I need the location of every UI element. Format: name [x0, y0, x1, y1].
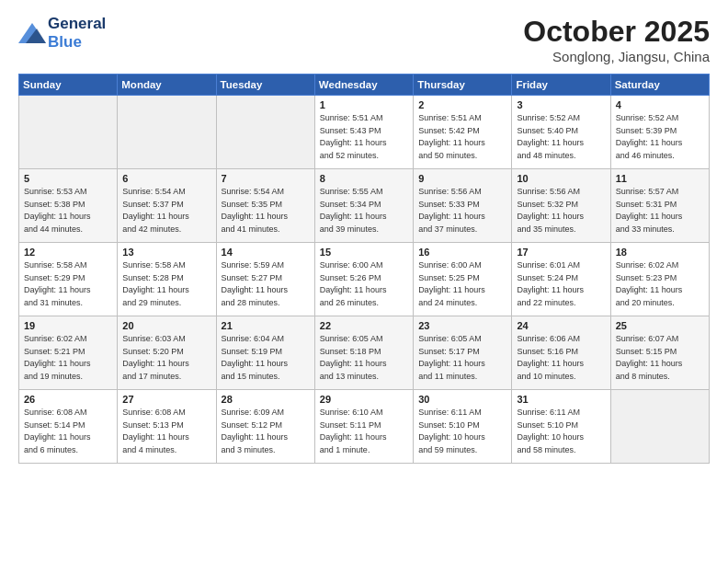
day-number: 17	[517, 247, 605, 258]
day-number: 12	[24, 247, 112, 258]
logo-text: General Blue	[48, 15, 106, 52]
day-number: 6	[122, 173, 210, 184]
calendar-cell	[610, 390, 709, 464]
calendar-cell: 19Sunrise: 6:02 AMSunset: 5:21 PMDayligh…	[19, 316, 118, 390]
weekday-header-wednesday: Wednesday	[314, 75, 413, 96]
day-number: 3	[517, 99, 605, 110]
day-number: 23	[418, 320, 506, 331]
calendar-cell	[19, 96, 118, 169]
calendar-cell: 20Sunrise: 6:03 AMSunset: 5:20 PMDayligh…	[118, 316, 216, 390]
calendar-cell: 10Sunrise: 5:56 AMSunset: 5:32 PMDayligh…	[512, 169, 610, 243]
calendar-cell: 31Sunrise: 6:11 AMSunset: 5:10 PMDayligh…	[512, 390, 610, 464]
calendar-cell: 17Sunrise: 6:01 AMSunset: 5:24 PMDayligh…	[512, 243, 610, 316]
calendar-cell: 29Sunrise: 6:10 AMSunset: 5:11 PMDayligh…	[314, 390, 413, 464]
day-number: 11	[616, 173, 704, 184]
day-info: Sunrise: 6:04 AMSunset: 5:19 PMDaylight:…	[222, 333, 310, 383]
day-info: Sunrise: 6:05 AMSunset: 5:17 PMDaylight:…	[418, 333, 506, 383]
day-info: Sunrise: 5:54 AMSunset: 5:37 PMDaylight:…	[122, 186, 210, 236]
day-number: 16	[418, 247, 506, 258]
day-number: 9	[418, 173, 506, 184]
calendar-cell: 21Sunrise: 6:04 AMSunset: 5:19 PMDayligh…	[216, 316, 314, 390]
day-info: Sunrise: 5:58 AMSunset: 5:28 PMDaylight:…	[122, 259, 210, 309]
calendar-table: SundayMondayTuesdayWednesdayThursdayFrid…	[18, 74, 710, 464]
calendar-cell: 6Sunrise: 5:54 AMSunset: 5:37 PMDaylight…	[118, 169, 216, 243]
day-info: Sunrise: 5:54 AMSunset: 5:35 PMDaylight:…	[222, 186, 310, 236]
day-info: Sunrise: 5:55 AMSunset: 5:34 PMDaylight:…	[320, 186, 408, 236]
day-info: Sunrise: 6:08 AMSunset: 5:13 PMDaylight:…	[122, 407, 210, 456]
weekday-header-thursday: Thursday	[414, 75, 512, 96]
calendar-cell	[118, 96, 216, 169]
day-number: 28	[222, 394, 310, 405]
day-number: 19	[24, 320, 112, 331]
day-number: 13	[122, 247, 210, 258]
day-info: Sunrise: 6:08 AMSunset: 5:14 PMDaylight:…	[24, 407, 112, 456]
day-info: Sunrise: 5:57 AMSunset: 5:31 PMDaylight:…	[616, 186, 704, 236]
day-info: Sunrise: 5:51 AMSunset: 5:42 PMDaylight:…	[418, 112, 506, 162]
day-info: Sunrise: 6:07 AMSunset: 5:15 PMDaylight:…	[616, 333, 704, 383]
day-info: Sunrise: 5:59 AMSunset: 5:27 PMDaylight:…	[222, 259, 310, 309]
day-number: 25	[616, 320, 704, 331]
day-number: 2	[418, 99, 506, 110]
day-info: Sunrise: 5:53 AMSunset: 5:38 PMDaylight:…	[24, 186, 112, 236]
weekday-header-monday: Monday	[118, 75, 216, 96]
day-number: 15	[320, 247, 408, 258]
calendar-week-row: 1Sunrise: 5:51 AMSunset: 5:43 PMDaylight…	[19, 96, 710, 169]
day-info: Sunrise: 6:00 AMSunset: 5:26 PMDaylight:…	[320, 259, 408, 309]
calendar-cell: 4Sunrise: 5:52 AMSunset: 5:39 PMDaylight…	[610, 96, 709, 169]
day-info: Sunrise: 6:09 AMSunset: 5:12 PMDaylight:…	[222, 407, 310, 456]
day-info: Sunrise: 5:56 AMSunset: 5:33 PMDaylight:…	[418, 186, 506, 236]
location-subtitle: Songlong, Jiangsu, China	[523, 49, 710, 64]
day-number: 4	[616, 99, 704, 110]
calendar-cell: 15Sunrise: 6:00 AMSunset: 5:26 PMDayligh…	[314, 243, 413, 316]
calendar-cell: 1Sunrise: 5:51 AMSunset: 5:43 PMDaylight…	[314, 96, 413, 169]
calendar-week-row: 26Sunrise: 6:08 AMSunset: 5:14 PMDayligh…	[19, 390, 710, 464]
day-info: Sunrise: 6:02 AMSunset: 5:21 PMDaylight:…	[24, 333, 112, 383]
calendar-cell: 2Sunrise: 5:51 AMSunset: 5:42 PMDaylight…	[414, 96, 512, 169]
calendar-cell: 22Sunrise: 6:05 AMSunset: 5:18 PMDayligh…	[314, 316, 413, 390]
day-info: Sunrise: 6:03 AMSunset: 5:20 PMDaylight:…	[122, 333, 210, 383]
logo: General Blue	[18, 15, 106, 52]
calendar-cell: 26Sunrise: 6:08 AMSunset: 5:14 PMDayligh…	[19, 390, 118, 464]
calendar-cell: 18Sunrise: 6:02 AMSunset: 5:23 PMDayligh…	[610, 243, 709, 316]
day-info: Sunrise: 6:06 AMSunset: 5:16 PMDaylight:…	[517, 333, 605, 383]
day-number: 8	[320, 173, 408, 184]
day-info: Sunrise: 5:58 AMSunset: 5:29 PMDaylight:…	[24, 259, 112, 309]
day-info: Sunrise: 5:52 AMSunset: 5:40 PMDaylight:…	[517, 112, 605, 162]
day-number: 14	[222, 247, 310, 258]
day-number: 29	[320, 394, 408, 405]
calendar-cell: 3Sunrise: 5:52 AMSunset: 5:40 PMDaylight…	[512, 96, 610, 169]
day-number: 26	[24, 394, 112, 405]
day-info: Sunrise: 6:00 AMSunset: 5:25 PMDaylight:…	[418, 259, 506, 309]
day-number: 21	[222, 320, 310, 331]
day-number: 31	[517, 394, 605, 405]
weekday-header-row: SundayMondayTuesdayWednesdayThursdayFrid…	[19, 75, 710, 96]
day-info: Sunrise: 6:11 AMSunset: 5:10 PMDaylight:…	[418, 407, 506, 456]
calendar-cell: 12Sunrise: 5:58 AMSunset: 5:29 PMDayligh…	[19, 243, 118, 316]
day-number: 18	[616, 247, 704, 258]
day-number: 5	[24, 173, 112, 184]
calendar-cell: 14Sunrise: 5:59 AMSunset: 5:27 PMDayligh…	[216, 243, 314, 316]
calendar-week-row: 12Sunrise: 5:58 AMSunset: 5:29 PMDayligh…	[19, 243, 710, 316]
day-info: Sunrise: 5:52 AMSunset: 5:39 PMDaylight:…	[616, 112, 704, 162]
day-info: Sunrise: 6:10 AMSunset: 5:11 PMDaylight:…	[320, 407, 408, 456]
calendar-cell: 28Sunrise: 6:09 AMSunset: 5:12 PMDayligh…	[216, 390, 314, 464]
day-info: Sunrise: 5:56 AMSunset: 5:32 PMDaylight:…	[517, 186, 605, 236]
calendar-cell: 13Sunrise: 5:58 AMSunset: 5:28 PMDayligh…	[118, 243, 216, 316]
weekday-header-friday: Friday	[512, 75, 610, 96]
calendar-cell: 9Sunrise: 5:56 AMSunset: 5:33 PMDaylight…	[414, 169, 512, 243]
day-info: Sunrise: 6:05 AMSunset: 5:18 PMDaylight:…	[320, 333, 408, 383]
day-info: Sunrise: 6:11 AMSunset: 5:10 PMDaylight:…	[517, 407, 605, 456]
calendar-cell: 23Sunrise: 6:05 AMSunset: 5:17 PMDayligh…	[414, 316, 512, 390]
day-number: 10	[517, 173, 605, 184]
day-info: Sunrise: 5:51 AMSunset: 5:43 PMDaylight:…	[320, 112, 408, 162]
day-info: Sunrise: 6:02 AMSunset: 5:23 PMDaylight:…	[616, 259, 704, 309]
header: General Blue October 2025 Songlong, Jian…	[18, 15, 710, 64]
day-number: 7	[222, 173, 310, 184]
month-title: October 2025	[523, 15, 710, 49]
day-number: 27	[122, 394, 210, 405]
title-block: October 2025 Songlong, Jiangsu, China	[523, 15, 710, 64]
day-number: 20	[122, 320, 210, 331]
calendar-cell: 7Sunrise: 5:54 AMSunset: 5:35 PMDaylight…	[216, 169, 314, 243]
calendar-cell: 30Sunrise: 6:11 AMSunset: 5:10 PMDayligh…	[414, 390, 512, 464]
weekday-header-saturday: Saturday	[610, 75, 709, 96]
